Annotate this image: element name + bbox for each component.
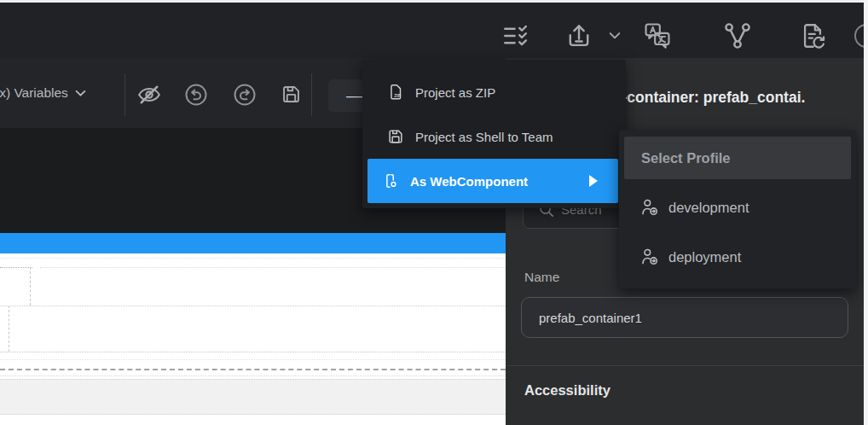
redo-icon[interactable]: [232, 82, 258, 108]
design-canvas[interactable]: [0, 253, 506, 425]
submenu-header-label: Select Profile: [641, 150, 731, 166]
save-icon[interactable]: [280, 83, 303, 106]
chevron-down-icon: [75, 90, 86, 97]
svg-text:ZIP: ZIP: [394, 93, 401, 98]
submenu-arrow-icon: [589, 175, 598, 187]
page-edge-right: [864, 0, 868, 425]
menu-item-label: Project as Shell to Team: [415, 130, 553, 144]
web-component-icon: [381, 172, 400, 190]
widget-outline: [0, 352, 506, 352]
profile-submenu: Select Profile development: [619, 130, 856, 288]
menu-item-project-as-zip[interactable]: ZIP Project as ZIP: [362, 71, 626, 114]
menu-item-label: Project as ZIP: [415, 85, 495, 100]
widget-outline: [0, 369, 506, 370]
zoom-out-label: —: [346, 86, 363, 106]
menu-item-label: As WebComponent: [410, 174, 528, 189]
undo-icon[interactable]: [183, 82, 209, 108]
name-field-input[interactable]: [521, 297, 848, 338]
panel-divider: [506, 365, 864, 366]
multi-select-checklist-icon[interactable]: [501, 21, 530, 50]
menu-item-as-webcomponent[interactable]: As WebComponent: [367, 159, 618, 203]
widget-outline: [0, 258, 506, 259]
file-refresh-icon[interactable]: [798, 21, 827, 50]
zip-file-icon: ZIP: [386, 83, 405, 102]
name-field-label: Name: [524, 270, 559, 285]
user-profile-icon: [639, 197, 660, 218]
export-upload-icon[interactable]: [564, 21, 593, 50]
submenu-item-label: deployment: [668, 249, 741, 265]
accessibility-section-header[interactable]: Accessibility: [524, 382, 610, 399]
preview-eye-off-icon[interactable]: [136, 82, 162, 108]
submenu-item-label: development: [668, 200, 749, 216]
submenu-header: Select Profile: [624, 137, 851, 179]
page-edge-top: [0, 0, 868, 3]
widget-outline: [0, 359, 506, 360]
widget-outline: [0, 306, 506, 306]
export-chevron-down-icon[interactable]: [609, 32, 621, 40]
submenu-item-deployment[interactable]: deployment: [619, 232, 856, 282]
widget-outline: [0, 267, 32, 268]
selected-widget-bar[interactable]: [0, 233, 506, 253]
widget-outline: [30, 267, 40, 306]
toolbar-divider: [124, 73, 125, 116]
variables-dropdown[interactable]: (x) Variables: [0, 58, 86, 128]
widget-outline: [40, 267, 506, 268]
submenu-item-development[interactable]: development: [619, 183, 856, 232]
version-branch-icon[interactable]: [723, 21, 752, 50]
empty-widget-placeholder: [0, 379, 506, 415]
export-menu: ZIP Project as ZIP Project as Shell to T…: [362, 60, 626, 208]
widget-outline: [0, 376, 506, 376]
translate-chat-icon[interactable]: [643, 21, 672, 50]
user-profile-icon: [639, 247, 660, 267]
variables-label: (x) Variables: [0, 85, 68, 101]
save-disk-icon: [386, 127, 405, 146]
app-screen: (x) Variables: [0, 0, 868, 425]
top-toolbar: [0, 3, 868, 58]
menu-item-project-as-shell[interactable]: Project as Shell to Team: [362, 115, 626, 158]
widget-outline: [9, 306, 9, 352]
toolbar-divider: [311, 73, 312, 116]
